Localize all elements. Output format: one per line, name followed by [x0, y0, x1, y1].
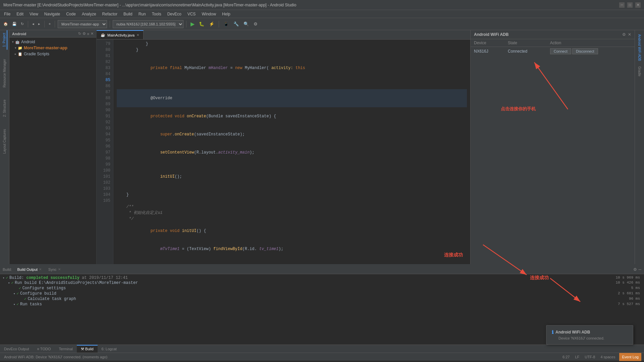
menu-file[interactable]: File: [1, 11, 13, 17]
status-encoding: UTF-8: [583, 355, 596, 359]
device-dropdown[interactable]: nubia NX616J [192.168.1.102:5555]: [113, 20, 183, 28]
check-4: ✓: [24, 297, 26, 301]
title-bar: MoreTimer-master [E:\AndroidStudioProjec…: [0, 0, 644, 10]
menu-deveco[interactable]: DevEco: [165, 11, 184, 17]
menu-edit[interactable]: Edit: [14, 11, 26, 17]
menu-navigate[interactable]: Navigate: [42, 11, 63, 17]
edge-tab-wifi-adb[interactable]: Android WiFi ADB: [637, 32, 642, 64]
debug-button[interactable]: 🐛: [197, 21, 206, 27]
sync-close[interactable]: ✕: [58, 267, 61, 271]
linenum-92: 92: [99, 119, 110, 125]
build-tab-group: Build: Build Output ✕ Sync ✕: [3, 267, 63, 272]
build-row-4: ✓ Calculate task graph 96 ms: [3, 296, 641, 302]
menu-build[interactable]: Build: [121, 11, 135, 17]
build-settings-btn[interactable]: ⚙: [633, 267, 637, 272]
editor-tabs: ☕ MainActivity.java ✕: [97, 30, 470, 40]
tree-gradle-label: Gradle Scripts: [24, 52, 49, 56]
check-1: ✓: [11, 281, 13, 285]
panel-close-btn[interactable]: ✕: [628, 32, 631, 37]
build-left-0: ▾ ✓ Build: completed successfully at 201…: [3, 276, 615, 280]
menu-refactor[interactable]: Refactor: [100, 11, 120, 17]
sdk-button[interactable]: 🔧: [232, 21, 240, 27]
build-left-1: ▾ ✓ Run build E:\AndroidStudioProjects\M…: [8, 281, 614, 285]
toolbar-home-btn[interactable]: 🏠: [2, 21, 9, 27]
tree-gradle-node[interactable]: ▸ 📋 Gradle Scripts: [9, 51, 96, 57]
project-gear-icon[interactable]: ≡: [87, 32, 89, 36]
notif-info-icon: ℹ: [552, 329, 553, 335]
project-settings-icon[interactable]: ⚙: [83, 32, 86, 36]
menu-vcs[interactable]: VCS: [185, 11, 199, 17]
tree-arrow: ▾: [12, 40, 14, 44]
panel-settings-btn[interactable]: ⚙: [622, 32, 626, 37]
status-lf: LF: [574, 355, 581, 359]
linenum-82: 82: [99, 59, 110, 65]
code-content[interactable]: } } private final MyHandler mHandler = n…: [113, 40, 470, 264]
expand-arrow-5[interactable]: ▾: [13, 303, 15, 306]
tool-tab-logcat[interactable]: 6: Logcat: [98, 345, 121, 353]
project-header-icons: ↻ ⚙ ≡ ✕: [78, 32, 94, 36]
tool-tab-todo[interactable]: ≡ TODO: [33, 345, 55, 353]
tree-app-node[interactable]: ▾ 📁 MoreTimer-master-app: [9, 45, 96, 51]
linenum-79: 79: [99, 41, 110, 47]
build-minimize-btn[interactable]: ─: [638, 267, 641, 272]
maximize-button[interactable]: □: [627, 2, 633, 8]
settings-button[interactable]: ⚙: [252, 21, 259, 27]
avd-button[interactable]: 📱: [222, 21, 230, 27]
build-row-3: ▾ ✓ Configure build 2 s 681 ms: [3, 291, 641, 296]
sidebar-tab-project[interactable]: 1: Project: [2, 30, 7, 50]
sidebar-tab-structure[interactable]: 2: Structure: [2, 97, 7, 120]
linenum-87: 87: [99, 89, 110, 95]
build-output-close[interactable]: ✕: [39, 267, 42, 271]
toolbar-sync-btn[interactable]: ↻: [19, 21, 25, 27]
toolbar-save-btn[interactable]: 💾: [11, 21, 18, 27]
status-left: Android WiFi ADB: Device 'NX616J' connec…: [3, 355, 109, 359]
sidebar-tab-resource[interactable]: Resource Manager: [2, 56, 7, 90]
linenum-85: 85: [99, 77, 110, 83]
code-line-93: [117, 198, 467, 204]
sidebar-tab-captures[interactable]: Layout Captures: [2, 126, 7, 156]
toolbar-forward-btn[interactable]: ▸: [37, 21, 42, 27]
wifi-adb-table: Device State Action NX616J Connected Con…: [471, 39, 635, 56]
disconnect-button[interactable]: Disconnect: [572, 48, 598, 54]
edge-tab-gradle[interactable]: Gradle: [637, 64, 642, 79]
project-header-title: Android: [12, 32, 26, 36]
menu-run[interactable]: Run: [136, 11, 149, 17]
code-line-89: [117, 162, 467, 168]
tool-tab-terminal[interactable]: Terminal: [55, 345, 77, 353]
menu-window[interactable]: Window: [199, 11, 219, 17]
menu-analyze[interactable]: Analyze: [79, 11, 99, 17]
sync-tab[interactable]: Sync ✕: [46, 267, 63, 272]
menu-help[interactable]: Help: [219, 11, 233, 17]
expand-arrow-3[interactable]: ▾: [13, 292, 15, 296]
minimize-button[interactable]: ─: [619, 2, 625, 8]
linenum-95: 95: [99, 137, 110, 143]
tab-mainactivity[interactable]: ☕ MainActivity.java ✕: [97, 30, 144, 39]
build-output-tab[interactable]: Build Output ✕: [15, 267, 45, 272]
toolbar-back-btn[interactable]: ◂: [31, 21, 36, 27]
tool-tab-deveco[interactable]: DevEco Output: [0, 345, 33, 353]
menu-code[interactable]: Code: [63, 11, 78, 17]
project-close-icon[interactable]: ✕: [91, 32, 94, 36]
tool-tab-build[interactable]: ⚒ Build: [77, 345, 98, 353]
project-sync-icon[interactable]: ↻: [78, 32, 81, 36]
expand-arrow-1[interactable]: ▾: [8, 281, 10, 285]
device-name: NX616J: [471, 47, 504, 56]
build-row-5: ▾ ✓ Run tasks 7 s 527 ms: [3, 302, 641, 307]
expand-arrow-0[interactable]: ▾: [3, 276, 4, 280]
code-line-81: [117, 53, 467, 59]
event-log-btn[interactable]: Event Log: [619, 353, 641, 361]
linenum-84: 84: [99, 71, 110, 77]
code-editor: 79 80 81 82 83 84 85 86 87 88 89 90 91 9…: [97, 40, 470, 264]
tree-android-root[interactable]: ▾ 🤖 Android: [9, 39, 96, 45]
tab-close-btn[interactable]: ✕: [137, 33, 139, 37]
close-button[interactable]: ✕: [635, 2, 641, 8]
run-button[interactable]: ▶: [189, 20, 196, 28]
toolbar-cursor-btn[interactable]: ⌖: [47, 21, 52, 27]
search-button[interactable]: 🔍: [242, 21, 251, 27]
build-text-4: Calculate task graph: [28, 297, 76, 301]
menu-tools[interactable]: Tools: [149, 11, 164, 17]
profile-button[interactable]: ⚡: [207, 21, 216, 27]
menu-view[interactable]: View: [27, 11, 41, 17]
connect-button[interactable]: Connect: [550, 48, 571, 54]
project-dropdown[interactable]: MoreTimer-master-app: [58, 20, 107, 28]
